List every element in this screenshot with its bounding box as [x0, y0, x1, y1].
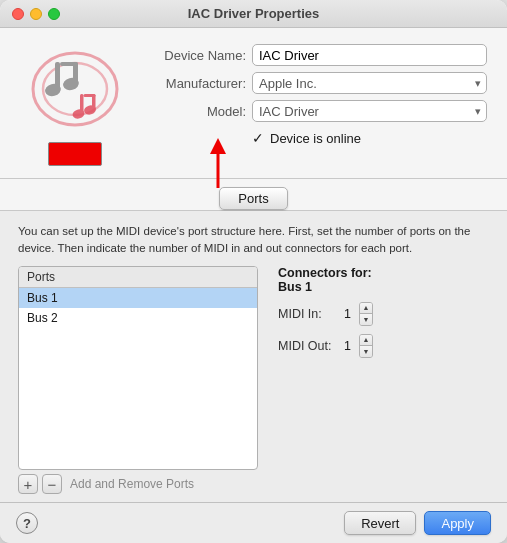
- description-text: You can set up the MIDI device's port st…: [18, 223, 489, 258]
- revert-button[interactable]: Revert: [344, 511, 416, 535]
- apply-button[interactable]: Apply: [424, 511, 491, 535]
- icon-area: [20, 44, 130, 166]
- help-button[interactable]: ?: [16, 512, 38, 534]
- model-row: Model: IAC Driver: [146, 100, 487, 122]
- remove-port-button[interactable]: −: [42, 474, 62, 494]
- connectors-title-group: Connectors for: Bus 1: [278, 266, 489, 294]
- footer-buttons: Revert Apply: [344, 511, 491, 535]
- device-online-row: ✓ Device is online: [146, 130, 487, 146]
- ports-table: Ports Bus 1 Bus 2: [18, 266, 258, 471]
- midi-in-row: MIDI In: 1 ▲ ▼: [278, 302, 489, 326]
- model-select[interactable]: IAC Driver: [252, 100, 487, 122]
- checkbox-check: ✓: [252, 130, 264, 146]
- window-title: IAC Driver Properties: [188, 6, 320, 21]
- manufacturer-label: Manufacturer:: [146, 76, 246, 91]
- midi-out-row: MIDI Out: 1 ▲ ▼: [278, 334, 489, 358]
- connectors-for-label: Connectors for:: [278, 266, 489, 280]
- midi-in-value: 1: [344, 307, 351, 321]
- music-icon: [25, 44, 125, 134]
- midi-in-decrement[interactable]: ▼: [360, 314, 372, 325]
- model-label: Model:: [146, 104, 246, 119]
- manufacturer-select-wrapper: Apple Inc.: [252, 72, 487, 94]
- color-swatch[interactable]: [48, 142, 102, 166]
- form-area: Device Name: Manufacturer: Apple Inc. Mo…: [146, 44, 487, 166]
- model-select-wrapper: IAC Driver: [252, 100, 487, 122]
- window: IAC Driver Properties: [0, 0, 507, 543]
- add-port-button[interactable]: +: [18, 474, 38, 494]
- maximize-button[interactable]: [48, 8, 60, 20]
- top-section: Device Name: Manufacturer: Apple Inc. Mo…: [0, 28, 507, 179]
- close-button[interactable]: [12, 8, 24, 20]
- midi-out-value: 1: [344, 339, 351, 353]
- midi-in-increment[interactable]: ▲: [360, 303, 372, 315]
- tab-ports[interactable]: Ports: [219, 187, 287, 210]
- tabs-bar: Ports: [0, 179, 507, 211]
- midi-in-stepper: ▲ ▼: [359, 302, 373, 326]
- ports-controls: + − Add and Remove Ports: [18, 470, 258, 494]
- ports-list-area: Ports Bus 1 Bus 2 + − Add and Remove Por…: [18, 266, 258, 495]
- device-name-input[interactable]: [252, 44, 487, 66]
- add-remove-label: Add and Remove Ports: [70, 477, 194, 491]
- ports-list-item[interactable]: Bus 2: [19, 308, 257, 328]
- traffic-lights: [12, 8, 60, 20]
- midi-out-label: MIDI Out:: [278, 339, 338, 353]
- footer: ? Revert Apply: [0, 502, 507, 543]
- device-online-label: Device is online: [270, 131, 361, 146]
- midi-out-decrement[interactable]: ▼: [360, 346, 372, 357]
- ports-list-item[interactable]: Bus 1: [19, 288, 257, 308]
- manufacturer-select[interactable]: Apple Inc.: [252, 72, 487, 94]
- connectors-bus-label: Bus 1: [278, 280, 489, 294]
- midi-out-stepper: ▲ ▼: [359, 334, 373, 358]
- top-section-wrapper: Device Name: Manufacturer: Apple Inc. Mo…: [0, 28, 507, 179]
- device-name-row: Device Name:: [146, 44, 487, 66]
- device-name-label: Device Name:: [146, 48, 246, 63]
- ports-table-header: Ports: [19, 267, 257, 288]
- midi-in-label: MIDI In:: [278, 307, 338, 321]
- manufacturer-row: Manufacturer: Apple Inc.: [146, 72, 487, 94]
- ports-section: You can set up the MIDI device's port st…: [0, 211, 507, 502]
- titlebar: IAC Driver Properties: [0, 0, 507, 28]
- midi-out-increment[interactable]: ▲: [360, 335, 372, 347]
- content-area: Device Name: Manufacturer: Apple Inc. Mo…: [0, 28, 507, 543]
- minimize-button[interactable]: [30, 8, 42, 20]
- ports-main: Ports Bus 1 Bus 2 + − Add and Remove Por…: [18, 266, 489, 495]
- connectors-area: Connectors for: Bus 1 MIDI In: 1 ▲ ▼ MID…: [278, 266, 489, 495]
